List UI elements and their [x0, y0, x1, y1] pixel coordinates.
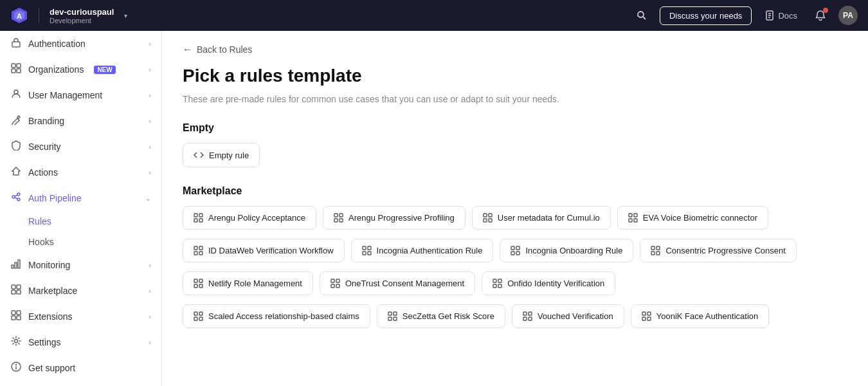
card-label-yoonik: YooniK Face Authentication [656, 311, 759, 321]
notifications-button[interactable] [810, 5, 831, 26]
template-card-ontrust-consent[interactable]: OneTrust Consent Management [320, 271, 475, 295]
svg-rect-48 [634, 219, 637, 222]
svg-rect-36 [199, 219, 203, 222]
authentication-label: Authentication [28, 39, 86, 49]
svg-rect-62 [656, 246, 660, 250]
docs-label: Docs [778, 11, 797, 21]
svg-rect-70 [336, 279, 339, 282]
card-label-consentric: Consentric Progressive Consent [665, 246, 785, 255]
grid-icon [330, 279, 340, 288]
marketplace-cards-row-1: Arengu Policy Acceptance Arengu Progress… [183, 206, 847, 230]
sidebar-item-settings[interactable]: Settings › [0, 329, 161, 355]
actions-chevron-icon: › [149, 169, 151, 176]
marketplace-label: Marketplace [28, 286, 77, 296]
template-card-consentric[interactable]: Consentric Progressive Consent [640, 239, 796, 262]
sidebar-subitem-hooks[interactable]: Hooks [28, 232, 161, 252]
template-card-vouched[interactable]: Vouched Verification [512, 304, 624, 328]
docs-button[interactable]: Docs [759, 10, 802, 21]
template-card-onfido-identity[interactable]: Onfido Identity Verification [482, 271, 615, 295]
back-link-label: Back to Rules [197, 44, 252, 55]
grid-icon [642, 311, 651, 321]
sidebar-item-user-management[interactable]: User Management › [0, 82, 161, 108]
template-card-netlify-role[interactable]: Netlify Role Management [183, 271, 313, 295]
authentication-chevron-icon: › [149, 40, 151, 48]
card-label-netlify-role: Netlify Role Management [208, 279, 302, 288]
template-card-incognia-onboarding[interactable]: Incognia Onboarding Rule [500, 239, 633, 262]
sidebar: Authentication › Organizations NEW › [0, 31, 162, 386]
template-card-yoonik[interactable]: YooniK Face Authentication [631, 304, 770, 328]
svg-rect-21 [15, 262, 17, 268]
svg-rect-83 [388, 317, 392, 320]
svg-rect-12 [12, 69, 15, 73]
marketplace-section: Marketplace Arengu Policy Acceptance Are… [183, 185, 847, 328]
monitoring-label: Monitoring [28, 260, 70, 270]
svg-rect-26 [17, 290, 21, 294]
svg-point-3 [638, 12, 644, 17]
svg-rect-69 [331, 279, 334, 282]
card-label-arengu-policy: Arengu Policy Acceptance [208, 213, 305, 223]
svg-rect-79 [194, 317, 197, 320]
svg-rect-43 [484, 219, 487, 222]
back-link[interactable]: ← Back to Rules [183, 44, 847, 55]
discuss-button[interactable]: Discuss your needs [660, 6, 752, 25]
template-card-eva-voice[interactable]: EVA Voice Biometric connector [617, 206, 768, 230]
monitoring-chevron-icon: › [149, 261, 151, 269]
template-card-arengu-policy[interactable]: Arengu Policy Acceptance [183, 206, 316, 230]
sidebar-item-organizations[interactable]: Organizations NEW › [0, 57, 161, 82]
card-label-id-dataweb: ID DataWeb Verification Workflow [208, 246, 334, 255]
template-card-incognia-auth[interactable]: Incognia Authentication Rule [351, 239, 494, 262]
svg-rect-82 [393, 312, 397, 315]
marketplace-icon [10, 284, 22, 297]
sidebar-item-give-feedback[interactable]: Give feedback [0, 381, 161, 386]
avatar[interactable]: PA [838, 6, 858, 25]
sidebar-item-marketplace[interactable]: Marketplace › [0, 278, 161, 304]
svg-rect-78 [199, 312, 203, 315]
nav-divider [39, 8, 39, 23]
template-card-user-metadata-cumul[interactable]: User metadata for Cumul.io [472, 206, 611, 230]
tenant-chevron-icon: ▾ [124, 12, 127, 19]
svg-rect-57 [511, 246, 514, 250]
template-card-scaled-access[interactable]: Scaled Access relationship-based claims [183, 304, 370, 328]
svg-rect-44 [489, 219, 492, 222]
svg-rect-67 [194, 284, 197, 288]
empty-rule-card[interactable]: Empty rule [183, 143, 260, 167]
svg-rect-54 [368, 246, 371, 250]
svg-rect-49 [194, 246, 197, 250]
template-card-id-dataweb[interactable]: ID DataWeb Verification Workflow [183, 239, 345, 262]
branding-chevron-icon: › [149, 117, 151, 125]
svg-rect-75 [493, 284, 496, 288]
sidebar-item-branding[interactable]: Branding › [0, 108, 161, 134]
extensions-label: Extensions [28, 311, 72, 322]
svg-rect-52 [199, 252, 203, 255]
svg-rect-33 [194, 214, 197, 217]
template-card-seczetta[interactable]: SecZetta Get Risk Score [377, 304, 505, 328]
card-label-incognia-auth: Incognia Authentication Rule [377, 246, 483, 255]
svg-rect-58 [516, 246, 520, 250]
sidebar-subitem-rules[interactable]: Rules [28, 211, 161, 232]
sidebar-item-authentication[interactable]: Authentication › [0, 31, 161, 57]
search-button[interactable] [631, 5, 652, 26]
sidebar-item-get-support[interactable]: Get support [0, 355, 161, 381]
svg-rect-71 [331, 284, 334, 288]
template-card-arengu-profiling[interactable]: Arengu Progressive Profiling [323, 206, 466, 230]
authentication-icon [10, 37, 22, 50]
tenant-selector[interactable]: dev-curiouspaul Development [50, 7, 114, 24]
grid-icon [493, 279, 502, 288]
security-chevron-icon: › [149, 143, 151, 151]
auth-pipeline-label: Auth Pipeline [28, 193, 82, 203]
sidebar-item-actions[interactable]: Actions › [0, 160, 161, 185]
svg-rect-90 [647, 312, 651, 315]
security-icon [10, 140, 22, 153]
sidebar-item-monitoring[interactable]: Monitoring › [0, 252, 161, 278]
card-label-arengu-profiling: Arengu Progressive Profiling [348, 213, 455, 223]
svg-rect-40 [339, 219, 343, 222]
svg-rect-11 [17, 64, 21, 68]
svg-rect-13 [17, 69, 21, 73]
get-support-icon [10, 362, 22, 374]
sidebar-item-extensions[interactable]: Extensions › [0, 304, 161, 329]
sidebar-item-security[interactable]: Security › [0, 134, 161, 160]
grid-icon [194, 246, 203, 255]
svg-text:A: A [17, 12, 22, 20]
get-support-label: Get support [28, 363, 75, 373]
sidebar-item-auth-pipeline[interactable]: Auth Pipeline ⌄ [0, 185, 161, 211]
